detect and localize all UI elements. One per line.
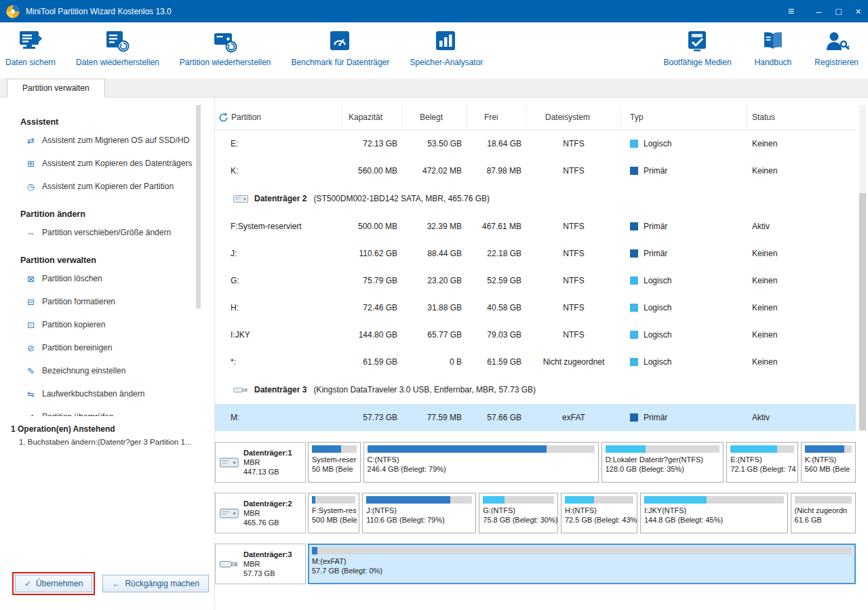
sidebar-item-laufwerkbuchstaben-ndern[interactable]: ⇋Laufwerkbuchstaben ändern <box>0 382 214 405</box>
sidebar-item-assistent-zum-kopieren-der-partition[interactable]: ◷Assistent zum Kopieren der Partition <box>0 175 214 198</box>
partition-row[interactable]: M:57.73 GB77.59 MB57.66 GBexFATPrimärAkt… <box>215 404 856 431</box>
partition-row[interactable]: J:110.62 GB88.44 GB22.18 GBNTFSPrimärKei… <box>215 240 856 267</box>
partition-block[interactable]: D:Lokaler Datentr?ger(NTFS)128.0 GB (Bel… <box>601 442 724 483</box>
toolbar-item-label: Partition wiederherstellen <box>180 58 271 67</box>
status-value: Keinen <box>747 357 856 367</box>
free-value: 87.98 MB <box>467 166 527 176</box>
sidebar-item-partition-formatieren[interactable]: ⊟Partition formatieren <box>0 290 214 313</box>
column-header-partition[interactable]: Partition <box>215 105 342 129</box>
column-header-kapazit-t[interactable]: Kapazität <box>342 105 403 129</box>
used-value: 32.39 MB <box>403 222 467 231</box>
sidebar-buttons: ✓ Übernehmen ← Rückgängig machen <box>0 575 214 610</box>
usage-bar <box>483 496 554 504</box>
sidebar-item-assistent-zum-kopieren-des-datentr-gers[interactable]: ⊞Assistent zum Kopieren des Datenträgers <box>0 152 214 175</box>
partition-row[interactable]: E:72.13 GB53.50 GB18.64 GBNTFSLogischKei… <box>215 130 856 157</box>
disk-info[interactable]: Datenträger:3MBR57.73 GB <box>215 544 306 584</box>
toolbar-item-data-recovery[interactable]: Daten wiederherstellen <box>76 28 159 67</box>
sidebar-item-bezeichnung-einstellen[interactable]: ✎Bezeichnung einstellen <box>0 359 214 382</box>
partition-block[interactable]: C:(NTFS)246.4 GB (Belegt: 79%) <box>363 442 599 483</box>
used-value: 31.88 GB <box>403 303 467 312</box>
usage-fill <box>312 547 317 554</box>
toolbar-item-bootable[interactable]: Bootfähige Medien <box>664 28 732 67</box>
type-cell: Primär <box>620 166 747 176</box>
capacity-value: 560.00 MB <box>342 166 403 176</box>
type-label: Logisch <box>644 330 671 340</box>
column-header-typ[interactable]: Typ <box>620 105 747 129</box>
filesystem-value: NTFS <box>527 139 620 148</box>
usage-bar <box>565 496 633 504</box>
toolbar-item-benchmark[interactable]: Benchmark für Datenträger <box>292 28 390 67</box>
sidebar-item-label: Partition verschieben/Größe ändern <box>42 228 171 237</box>
partition-block[interactable]: K:(NTFS)560 MB (Bele <box>801 442 856 483</box>
toolbar-item-label: Benchmark für Datenträger <box>292 58 390 67</box>
toolbar-item-manual[interactable]: Handbuch <box>755 28 792 67</box>
free-value: 18.64 GB <box>467 139 527 148</box>
partition-block[interactable]: (Nicht zugeordn61.6 GB <box>791 493 856 533</box>
disk-info-text: Datenträger:1MBR447.13 GB <box>243 448 292 477</box>
partition-row[interactable]: I:JKY144.80 GB65.77 GB79.03 GBNTFSLogisc… <box>215 321 856 348</box>
partition-block-size: 500 MB (Bele <box>312 515 355 525</box>
toolbar-item-register[interactable]: Registrieren <box>814 28 859 67</box>
migrate-os-icon: ⇄ <box>25 136 37 146</box>
partition-block[interactable]: G:(NTFS)75.8 GB (Belegt: 30%) <box>479 493 558 533</box>
manual-icon <box>760 28 786 55</box>
close-button[interactable]: × <box>848 0 868 22</box>
free-value: 52.59 GB <box>467 276 527 285</box>
disk-info[interactable]: Datenträger:2MBR465.76 GB <box>215 493 306 533</box>
apply-button[interactable]: ✓ Übernehmen <box>15 575 92 592</box>
pending-operation-item[interactable]: 1. Buchstaben ändern:(Datentr?ger 3 Part… <box>11 434 214 446</box>
partition-block[interactable]: H:(NTFS)72.5 GB (Belegt: 43% <box>561 493 637 533</box>
partition-row[interactable]: *:61.59 GB0 B61.59 GBNicht zugeordnetLog… <box>215 348 856 375</box>
sidebar-item-partition-l-schen[interactable]: ⊠Partition löschen <box>0 267 214 290</box>
disk-info[interactable]: Datenträger:1MBR447.13 GB <box>215 442 306 483</box>
toolbar-item-analyzer[interactable]: Speicher-Analysator <box>410 28 483 67</box>
menu-button[interactable]: ≡ <box>781 0 801 22</box>
maximize-button[interactable]: □ <box>829 0 848 22</box>
partition-row[interactable]: H:72.46 GB31.88 GB40.58 GBNTFSLogischKei… <box>215 294 856 321</box>
disk-size: 57.73 GB <box>243 569 292 578</box>
titlebar: MiniTool Partition Wizard Kostenlos 13.0… <box>0 0 868 22</box>
sidebar-item-partition-verschieben-gr-e-ndern[interactable]: ⇔Partition verschieben/Größe ändern <box>0 221 214 244</box>
column-header-dateisystem[interactable]: Dateisystem <box>527 105 620 129</box>
partition-row[interactable]: K:560.00 MB472.02 MB87.98 MBNTFSPrimärKe… <box>215 157 856 184</box>
partition-name: H: <box>215 303 342 312</box>
partition-row[interactable]: G:75.79 GB23.20 GB52.59 GBNTFSLogischKei… <box>215 267 856 294</box>
partition-block[interactable]: J:(NTFS)110.6 GB (Belegt: 79%) <box>362 493 476 533</box>
sidebar-scroll: Assistent⇄Assistent zum Migrieren OS auf… <box>0 98 214 416</box>
column-header-belegt[interactable]: Belegt <box>403 105 467 129</box>
partition-block[interactable]: System-reser50 MB (Bele <box>308 442 361 483</box>
toolbar-item-label: Bootfähige Medien <box>664 58 732 67</box>
table-scrollbar-track[interactable] <box>859 105 866 431</box>
table-scrollbar-thumb[interactable] <box>859 193 866 430</box>
usage-bar <box>312 496 355 504</box>
toolbar-item-backup[interactable]: Daten sichern <box>5 28 56 67</box>
app-window: MiniTool Partition Wizard Kostenlos 13.0… <box>0 0 868 610</box>
set-label-icon: ✎ <box>25 366 37 376</box>
tab-partition-verwalten[interactable]: Partition verwalten <box>7 79 105 98</box>
sidebar-item-partition-kopieren[interactable]: ⊡Partition kopieren <box>0 313 214 336</box>
column-header-status[interactable]: Status <box>747 105 856 129</box>
sidebar-item-assistent-zum-migrieren-os-auf-ssd-hd[interactable]: ⇄Assistent zum Migrieren OS auf SSD/HD <box>0 129 214 152</box>
partition-block[interactable]: I:JKY(NTFS)144.8 GB (Belegt: 45%) <box>640 493 788 533</box>
disk-group-row[interactable]: Datenträger 3(Kingston DataTraveler 3.0 … <box>215 375 856 404</box>
sidebar-section-title: Partition verwalten <box>0 253 214 267</box>
tab-bar: Partition verwalten <box>0 79 868 98</box>
sidebar-item-partition-berpr-fen[interactable]: ✔Partition überprüfen <box>0 405 214 416</box>
partition-row[interactable]: F:System-reserviert500.00 MB32.39 MB467.… <box>215 213 856 240</box>
column-header-frei[interactable]: Frei <box>467 105 527 129</box>
partition-block[interactable]: F:System-res500 MB (Bele <box>308 493 359 533</box>
refresh-icon[interactable] <box>218 113 229 123</box>
capacity-value: 72.46 GB <box>342 303 403 312</box>
filesystem-value: NTFS <box>527 166 620 176</box>
minimize-button[interactable]: – <box>809 0 829 22</box>
used-value: 472.02 MB <box>403 166 467 176</box>
disk-group-row[interactable]: Datenträger 2(ST500DM002-1BD142 SATA, MB… <box>215 184 856 213</box>
sidebar-item-partition-bereinigen[interactable]: ⊘Partition bereinigen <box>0 336 214 359</box>
partition-block[interactable]: E:(NTFS)72.1 GB (Belegt: 74 <box>726 442 798 483</box>
undo-button[interactable]: ← Rückgängig machen <box>102 575 208 592</box>
sidebar-scrollbar-thumb[interactable] <box>196 105 201 308</box>
partition-block[interactable]: M:(exFAT)57.7 GB (Belegt: 0%) <box>308 544 856 584</box>
disk-scheme: MBR <box>243 559 292 569</box>
toolbar-item-partition-recovery[interactable]: Partition wiederherstellen <box>180 28 271 67</box>
copy-disk-icon: ⊞ <box>25 159 37 169</box>
